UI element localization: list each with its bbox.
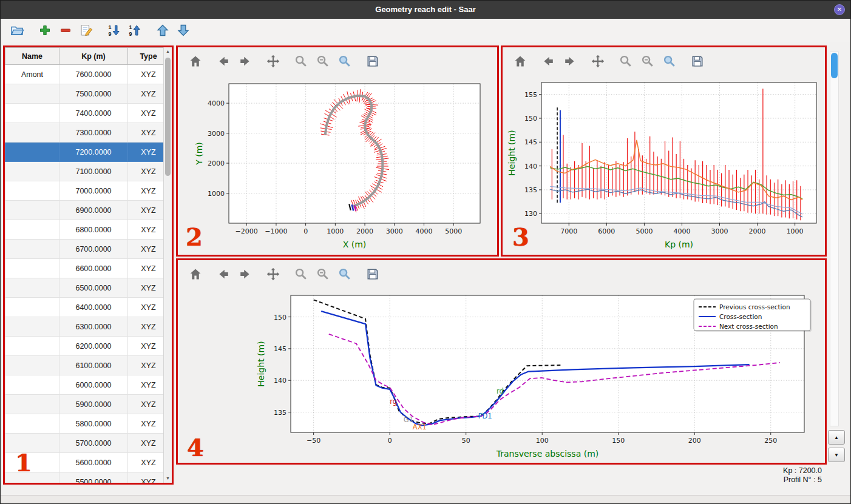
table-row[interactable]: 6400.0000XYZ xyxy=(5,298,164,317)
mpl-save-button[interactable] xyxy=(688,52,707,70)
mpl-forward-button[interactable] xyxy=(561,52,579,70)
mpl-inspect-button[interactable] xyxy=(314,265,332,283)
table-row[interactable]: Amont7600.0000XYZ xyxy=(5,65,164,84)
table-cell: 7500.0000 xyxy=(59,84,128,104)
mpl-forward-button[interactable] xyxy=(236,265,254,283)
mpl-back-button[interactable] xyxy=(214,52,232,70)
svg-text:−50: −50 xyxy=(307,437,320,445)
table-row[interactable]: 6500.0000XYZ xyxy=(5,278,164,298)
mpl-zoom-button[interactable] xyxy=(617,52,635,70)
table-row[interactable]: 6300.0000XYZ xyxy=(5,317,164,337)
table-cell xyxy=(5,104,59,123)
forward-icon xyxy=(563,54,577,69)
svg-text:Cross-section: Cross-section xyxy=(719,313,762,320)
edit-profile-button[interactable] xyxy=(77,21,95,40)
move-down-button[interactable] xyxy=(174,21,192,40)
table-cell: XYZ xyxy=(128,472,164,483)
table-scroll-down-icon[interactable]: ▼ xyxy=(164,474,172,483)
column-header-type[interactable]: Type xyxy=(128,48,164,65)
next-profile-button[interactable]: ▼ xyxy=(828,448,845,462)
mpl-pan-button[interactable] xyxy=(264,52,282,70)
cross-section-chart[interactable]: rgG1AX1FD1rd−500501001502002501351401451… xyxy=(178,288,825,463)
svg-text:1000: 1000 xyxy=(327,227,344,235)
table-row[interactable]: 6600.0000XYZ xyxy=(5,259,164,278)
table-row[interactable]: 7100.0000XYZ xyxy=(5,162,164,181)
table-row[interactable]: 5900.0000XYZ xyxy=(5,395,164,414)
table-scrollbar[interactable]: ▲ ▼ xyxy=(163,47,172,483)
pan-icon xyxy=(591,54,605,69)
mpl-inspect-button[interactable] xyxy=(639,52,657,70)
svg-text:Height (m): Height (m) xyxy=(507,130,517,175)
table-cell: XYZ xyxy=(128,395,164,414)
table-cell: 6100.0000 xyxy=(59,356,128,375)
remove-profile-button[interactable] xyxy=(56,21,75,40)
vertical-scrollbar[interactable] xyxy=(830,52,839,426)
table-scroll-up-icon[interactable]: ▲ xyxy=(164,47,172,56)
longitudinal-profile-chart[interactable]: 7000600050004000300020001000130135140145… xyxy=(503,75,825,255)
zoom-icon xyxy=(294,267,308,281)
sort-descending-button[interactable]: 1 9 xyxy=(105,21,123,40)
table-row[interactable]: 7000.0000XYZ xyxy=(5,181,164,201)
table-row[interactable]: 6100.0000XYZ xyxy=(5,356,164,375)
mpl-pan-button[interactable] xyxy=(264,265,282,283)
plan-chart[interactable]: −2000−1000010002000300040005000100020003… xyxy=(178,75,497,255)
pan-icon xyxy=(266,54,280,69)
svg-text:3000: 3000 xyxy=(711,227,728,235)
table-row[interactable]: 6800.0000XYZ xyxy=(5,220,164,240)
table-cell: XYZ xyxy=(128,84,164,104)
svg-text:−2000: −2000 xyxy=(236,227,258,235)
table-row[interactable]: 6900.0000XYZ xyxy=(5,201,164,220)
table-row[interactable]: 7300.0000XYZ xyxy=(5,123,164,143)
svg-text:2000: 2000 xyxy=(749,227,766,235)
main-toolbar: 1 9 1 9 xyxy=(1,19,850,42)
close-button[interactable]: ✕ xyxy=(834,4,845,15)
table-row[interactable]: 5800.0000XYZ xyxy=(5,414,164,434)
mpl-forward-button[interactable] xyxy=(236,52,254,70)
vertical-scrollbar-thumb[interactable] xyxy=(831,53,838,78)
open-folder-button[interactable] xyxy=(8,21,26,40)
table-row[interactable]: 7500.0000XYZ xyxy=(5,84,164,104)
svg-text:50: 50 xyxy=(462,437,470,445)
svg-text:rd: rd xyxy=(497,387,504,395)
svg-text:FD1: FD1 xyxy=(478,412,492,420)
mpl-back-button[interactable] xyxy=(214,265,232,283)
add-profile-button[interactable] xyxy=(36,21,54,40)
mpl-zoom-to-rect-button[interactable] xyxy=(336,52,354,70)
save-icon xyxy=(365,54,380,69)
mpl-zoom-to-rect-button[interactable] xyxy=(660,52,679,70)
svg-text:Kp (m): Kp (m) xyxy=(665,240,693,249)
sort-ascending-icon: 1 9 xyxy=(127,23,142,38)
move-up-button[interactable] xyxy=(154,21,172,40)
table-cell xyxy=(5,434,59,453)
table-row[interactable]: 6200.0000XYZ xyxy=(5,337,164,356)
table-cell: 6800.0000 xyxy=(59,220,128,240)
mpl-pan-button[interactable] xyxy=(589,52,607,70)
sort-ascending-button[interactable]: 1 9 xyxy=(126,21,144,40)
mpl-save-button[interactable] xyxy=(364,265,382,283)
mpl-home-button[interactable] xyxy=(186,52,205,70)
table-cell: XYZ xyxy=(128,220,164,240)
open-folder-icon xyxy=(10,23,24,38)
table-row[interactable]: 6000.0000XYZ xyxy=(5,375,164,395)
svg-text:1000: 1000 xyxy=(787,227,804,235)
column-header-name[interactable]: Name xyxy=(5,48,59,65)
mpl-zoom-button[interactable] xyxy=(292,265,310,283)
mpl-inspect-button[interactable] xyxy=(314,52,332,70)
statusbar xyxy=(1,495,850,503)
mpl-home-button[interactable] xyxy=(511,52,529,70)
table-cell: 7100.0000 xyxy=(59,162,128,181)
mpl-zoom-to-rect-button[interactable] xyxy=(336,265,354,283)
titlebar[interactable]: Geometry reach edit - Saar ✕ xyxy=(1,1,850,19)
table-cell: XYZ xyxy=(128,65,164,84)
svg-text:200: 200 xyxy=(688,437,701,445)
table-scrollbar-thumb[interactable] xyxy=(165,58,171,176)
table-row[interactable]: 6700.0000XYZ xyxy=(5,240,164,259)
table-row[interactable]: 7200.0000XYZ xyxy=(5,143,164,162)
mpl-home-button[interactable] xyxy=(186,265,205,283)
table-row[interactable]: 7400.0000XYZ xyxy=(5,104,164,123)
mpl-back-button[interactable] xyxy=(539,52,557,70)
mpl-save-button[interactable] xyxy=(364,52,382,70)
mpl-zoom-button[interactable] xyxy=(292,52,310,70)
previous-profile-button[interactable]: ▲ xyxy=(828,430,845,445)
column-header-kp[interactable]: Kp (m) xyxy=(59,48,128,65)
